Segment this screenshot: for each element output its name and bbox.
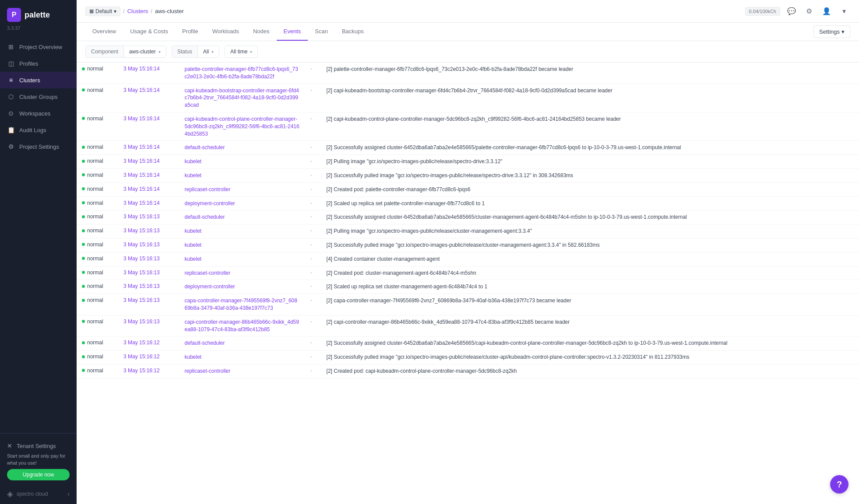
- tab-nodes[interactable]: Nodes: [246, 23, 277, 41]
- event-component[interactable]: kubelet: [184, 158, 201, 164]
- sidebar-item-tenant-settings[interactable]: ✕ Tenant Settings: [7, 439, 70, 453]
- event-component[interactable]: kubelet: [184, 256, 201, 262]
- breadcrumb: ▦ Default ▾ / Clusters / aws-cluster: [85, 7, 184, 16]
- component-cell: palette-controller-manager-6fb77cd8c6-lp…: [179, 63, 305, 84]
- event-date[interactable]: 3 May 15:16:13: [123, 242, 160, 248]
- event-date[interactable]: 3 May 15:16:12: [123, 354, 160, 360]
- event-date[interactable]: 3 May 15:16:14: [123, 87, 160, 93]
- status-text: normal: [87, 318, 103, 325]
- event-date[interactable]: 3 May 15:16:13: [123, 318, 160, 325]
- event-date[interactable]: 3 May 15:16:14: [123, 144, 160, 150]
- user-icon-btn[interactable]: 👤: [820, 5, 833, 18]
- event-component[interactable]: kubelet: [184, 354, 201, 360]
- event-component[interactable]: deployment-controller: [184, 200, 235, 206]
- breadcrumb-separator-2: /: [151, 8, 152, 14]
- status-dot: [82, 320, 85, 323]
- date-cell: 3 May 15:16:14: [118, 168, 179, 182]
- event-date[interactable]: 3 May 15:16:14: [123, 158, 160, 164]
- event-date[interactable]: 3 May 15:16:13: [123, 256, 160, 262]
- time-value-text: All time: [230, 49, 247, 55]
- status-filter-value[interactable]: All ▾: [198, 46, 219, 57]
- sidebar-item-clusters[interactable]: ≡ Clusters: [0, 72, 77, 88]
- component-filter[interactable]: Component aws-cluster ▾: [85, 46, 166, 58]
- audit-logs-icon: 📋: [7, 126, 15, 134]
- tab-events[interactable]: Events: [277, 23, 308, 41]
- sidebar-item-audit-logs[interactable]: 📋 Audit Logs: [0, 122, 77, 138]
- event-component[interactable]: kubelet: [184, 172, 201, 178]
- status-text: normal: [87, 144, 103, 150]
- event-component[interactable]: default-scheduler: [184, 144, 225, 150]
- event-date[interactable]: 3 May 15:16:14: [123, 172, 160, 178]
- event-date[interactable]: 3 May 15:16:13: [123, 283, 160, 289]
- date-cell: 3 May 15:16:13: [118, 315, 179, 336]
- event-date[interactable]: 3 May 15:16:13: [123, 214, 160, 220]
- tab-bar-right: Settings ▾: [813, 25, 850, 38]
- event-count: -: [310, 228, 312, 234]
- breadcrumb-clusters-link[interactable]: Clusters: [127, 8, 148, 14]
- event-component[interactable]: replicaset-controller: [184, 368, 230, 374]
- cluster-groups-icon: ⬡: [7, 93, 15, 101]
- event-component[interactable]: default-scheduler: [184, 214, 225, 220]
- status-dot: [82, 285, 85, 288]
- event-component[interactable]: replicaset-controller: [184, 270, 230, 276]
- status-text: normal: [87, 214, 103, 220]
- component-cell: replicaset-controller: [179, 364, 305, 378]
- event-component[interactable]: palette-controller-manager-6fb77cd8c6-lp…: [184, 66, 298, 80]
- event-component[interactable]: default-scheduler: [184, 340, 225, 346]
- time-filter-value[interactable]: All time ▾: [225, 46, 257, 57]
- event-date[interactable]: 3 May 15:16:14: [123, 66, 160, 72]
- tab-overview[interactable]: Overview: [85, 23, 123, 41]
- event-component[interactable]: capi-kubeadm-control-plane-controller-ma…: [184, 116, 299, 137]
- tab-usage-costs[interactable]: Usage & Costs: [123, 23, 175, 41]
- event-date[interactable]: 3 May 15:16:13: [123, 228, 160, 234]
- component-cell: default-scheduler: [179, 210, 305, 224]
- tab-scan[interactable]: Scan: [308, 23, 335, 41]
- status-cell: normal: [77, 210, 118, 224]
- time-filter[interactable]: All time ▾: [225, 46, 258, 58]
- tab-bar: Overview Usage & Costs Profile Workloads…: [77, 23, 859, 41]
- chat-icon-btn[interactable]: 💬: [785, 5, 798, 18]
- event-date[interactable]: 3 May 15:16:13: [123, 297, 160, 303]
- sidebar-item-cluster-groups[interactable]: ⬡ Cluster Groups: [0, 88, 77, 105]
- status-text: normal: [87, 256, 103, 262]
- status-filter[interactable]: Status All ▾: [172, 46, 219, 58]
- date-cell: 3 May 15:16:13: [118, 252, 179, 266]
- logo-text: palette: [25, 10, 50, 20]
- help-button[interactable]: ?: [830, 475, 848, 494]
- event-date[interactable]: 3 May 15:16:14: [123, 116, 160, 122]
- message-cell: [2] Successfully pulled image "gcr.io/sp…: [321, 168, 859, 182]
- tab-profile[interactable]: Profile: [175, 23, 205, 41]
- upgrade-button[interactable]: Upgrade now: [7, 469, 70, 480]
- settings-button[interactable]: Settings ▾: [813, 25, 850, 38]
- sidebar-item-project-settings[interactable]: ⚙ Project Settings: [0, 138, 77, 155]
- sidebar-item-profiles[interactable]: ◫ Profiles: [0, 55, 77, 72]
- event-component[interactable]: kubelet: [184, 228, 201, 234]
- event-date[interactable]: 3 May 15:16:13: [123, 270, 160, 276]
- event-component[interactable]: capi-kubeadm-bootstrap-controller-manage…: [184, 88, 299, 108]
- event-date[interactable]: 3 May 15:16:14: [123, 186, 160, 192]
- tab-workloads[interactable]: Workloads: [205, 23, 246, 41]
- event-component[interactable]: kubelet: [184, 242, 201, 248]
- event-date[interactable]: 3 May 15:16:14: [123, 200, 160, 206]
- event-component[interactable]: replicaset-controller: [184, 186, 230, 192]
- status-text: normal: [87, 297, 103, 303]
- event-component[interactable]: capi-controller-manager-86b465b66c-9xikk…: [184, 319, 299, 332]
- date-cell: 3 May 15:16:14: [118, 155, 179, 169]
- more-icon-btn[interactable]: ▾: [838, 5, 850, 18]
- event-date[interactable]: 3 May 15:16:12: [123, 340, 160, 346]
- sidebar-item-label: Project Overview: [19, 44, 62, 50]
- component-cell: kubelet: [179, 168, 305, 182]
- tab-backups[interactable]: Backups: [335, 23, 371, 41]
- bell-icon-btn[interactable]: ⚙: [803, 5, 815, 18]
- date-cell: 3 May 15:16:14: [118, 112, 179, 140]
- sidebar-item-project-overview[interactable]: ⊞ Project Overview: [0, 38, 77, 55]
- breadcrumb-default-selector[interactable]: ▦ Default ▾: [85, 7, 120, 16]
- event-date[interactable]: 3 May 15:16:12: [123, 368, 160, 374]
- event-component[interactable]: capa-controller-manager-7f495569f8-2vnz7…: [184, 298, 297, 311]
- component-cell: replicaset-controller: [179, 266, 305, 280]
- component-cell: capi-controller-manager-86b465b66c-9xikk…: [179, 315, 305, 336]
- component-filter-value[interactable]: aws-cluster ▾: [124, 46, 166, 57]
- event-component[interactable]: deployment-controller: [184, 284, 235, 290]
- sidebar-item-workspaces[interactable]: ⊙ Workspaces: [0, 105, 77, 122]
- collapse-icon[interactable]: ‹: [67, 490, 70, 497]
